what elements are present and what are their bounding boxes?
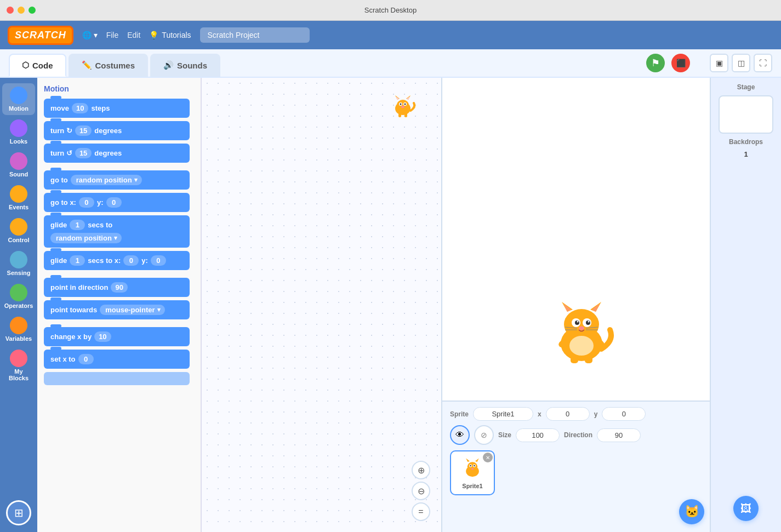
layout-small-button[interactable]: ◫ bbox=[732, 54, 750, 72]
block-goto-dropdown[interactable]: random position bbox=[71, 175, 142, 185]
fullscreen-button[interactable]: ⛶ bbox=[754, 54, 772, 72]
block-set-x[interactable]: set x to 0 bbox=[44, 350, 190, 369]
block-point-direction[interactable]: point in direction 90 bbox=[44, 278, 190, 297]
block-palette: Motion move 10 steps turn ↻ 15 degrees t… bbox=[37, 78, 202, 532]
sprite-delete-button[interactable]: ✕ bbox=[483, 453, 493, 462]
block-gotoxy-y[interactable]: 0 bbox=[106, 197, 122, 208]
sprite-y-field[interactable]: 0 bbox=[602, 407, 646, 421]
sprite-info-panel: Sprite Sprite1 x 0 y 0 👁 ⊘ bbox=[442, 401, 710, 532]
block-goto-random[interactable]: go to random position bbox=[44, 170, 190, 190]
block-changex-value[interactable]: 10 bbox=[94, 331, 111, 342]
block-glidexy-secs[interactable]: 1 bbox=[70, 255, 85, 266]
tab-costumes[interactable]: ✏️ Costumes bbox=[69, 54, 149, 77]
block-gotoxy-x[interactable]: 0 bbox=[79, 197, 94, 208]
looks-dot bbox=[10, 119, 27, 137]
block-change-x[interactable]: change x by 10 bbox=[44, 327, 190, 346]
tutorials-menu[interactable]: 💡 Tutorials bbox=[149, 31, 191, 39]
block-gotoxy-ylabel: y: bbox=[97, 198, 104, 207]
block-glide-random[interactable]: glide 1 secs to random position bbox=[44, 215, 190, 248]
script-area[interactable]: ⊕ ⊖ = bbox=[202, 78, 441, 532]
block-turnccw-label: turn ↺ bbox=[50, 149, 72, 157]
zoom-reset-button[interactable]: = bbox=[412, 502, 430, 521]
block-setx-value[interactable]: 0 bbox=[78, 354, 94, 364]
size-field[interactable]: 100 bbox=[516, 428, 560, 442]
sprite-card-sprite1[interactable]: ✕ Sprite1 bbox=[450, 450, 495, 495]
block-move-suffix: steps bbox=[91, 104, 110, 112]
block-changex-label: change x by bbox=[50, 333, 92, 341]
sidebar-item-events[interactable]: Events bbox=[2, 182, 35, 214]
add-backdrop-icon-btn[interactable]: 🖼 bbox=[733, 496, 759, 521]
file-menu[interactable]: File bbox=[106, 31, 119, 39]
block-glidexy-ylabel: y: bbox=[141, 256, 148, 265]
maximize-button[interactable] bbox=[28, 7, 36, 14]
block-turncw-value[interactable]: 15 bbox=[75, 125, 92, 136]
fullscreen-icon: ⛶ bbox=[759, 59, 767, 67]
block-glidexy-y[interactable]: 0 bbox=[151, 255, 166, 266]
layout-normal-button[interactable]: ▣ bbox=[710, 54, 728, 72]
direction-value: 90 bbox=[615, 431, 623, 439]
sidebar-item-motion[interactable]: Motion bbox=[2, 83, 35, 115]
stop-button[interactable]: ⬛ bbox=[671, 54, 690, 72]
tab-sounds[interactable]: 🔊 Sounds bbox=[150, 54, 220, 77]
code-tab-icon: ⬡ bbox=[22, 60, 29, 70]
sprite-x-field[interactable]: 0 bbox=[546, 407, 590, 421]
block-turnccw-value[interactable]: 15 bbox=[75, 148, 92, 158]
sprite-y-value: 0 bbox=[622, 410, 626, 418]
svg-rect-11 bbox=[398, 113, 401, 117]
sidebar-label-events: Events bbox=[9, 204, 28, 210]
block-move-value[interactable]: 10 bbox=[72, 103, 88, 113]
add-extension-button[interactable]: ⊞ bbox=[6, 500, 31, 525]
scratch-logo[interactable]: SCRATCH bbox=[8, 26, 73, 45]
operators-dot bbox=[10, 284, 27, 301]
block-setx-label: set x to bbox=[50, 355, 76, 363]
block-glidexy-x[interactable]: 0 bbox=[123, 255, 139, 266]
sidebar-item-variables[interactable]: Variables bbox=[2, 313, 35, 345]
block-glide-mid: secs to bbox=[88, 221, 112, 229]
block-glide-xy[interactable]: glide 1 secs to x: 0 y: 0 bbox=[44, 251, 190, 270]
sprite-name-field[interactable]: Sprite1 bbox=[473, 407, 533, 421]
sidebar-item-myblocks[interactable]: My Blocks bbox=[2, 346, 35, 385]
block-partial[interactable] bbox=[44, 372, 190, 385]
zoom-out-icon: ⊖ bbox=[418, 486, 425, 496]
titlebar: Scratch Desktop bbox=[0, 0, 781, 21]
costumes-tab-label: Costumes bbox=[95, 61, 135, 70]
block-move-steps[interactable]: move 10 steps bbox=[44, 99, 190, 118]
block-move-label: move bbox=[50, 104, 69, 112]
titlebar-buttons bbox=[7, 7, 36, 14]
block-glide-dropdown[interactable]: random position bbox=[50, 233, 122, 243]
zoom-in-button[interactable]: ⊕ bbox=[412, 461, 430, 479]
hide-button[interactable]: ⊘ bbox=[474, 425, 494, 445]
sidebar-item-looks[interactable]: Looks bbox=[2, 116, 35, 148]
stage-panel: Sprite Sprite1 x 0 y 0 👁 ⊘ bbox=[441, 78, 710, 532]
block-goto-xy[interactable]: go to x: 0 y: 0 bbox=[44, 193, 190, 212]
direction-field[interactable]: 90 bbox=[597, 428, 641, 442]
block-point-towards[interactable]: point towards mouse-pointer bbox=[44, 300, 190, 319]
events-dot bbox=[10, 185, 27, 203]
sidebar-item-sound[interactable]: Sound bbox=[2, 149, 35, 181]
sidebar-item-sensing[interactable]: Sensing bbox=[2, 248, 35, 279]
myblocks-dot bbox=[10, 350, 27, 367]
show-button[interactable]: 👁 bbox=[450, 425, 470, 445]
edit-menu[interactable]: Edit bbox=[127, 31, 140, 39]
block-turn-cw[interactable]: turn ↻ 15 degrees bbox=[44, 121, 190, 140]
layout-normal-icon: ▣ bbox=[716, 59, 723, 67]
block-turn-ccw[interactable]: turn ↺ 15 degrees bbox=[44, 144, 190, 163]
sidebar: Motion Looks Sound Events Control Sensin… bbox=[0, 78, 37, 532]
add-backdrop-button[interactable]: 🖼 bbox=[733, 496, 759, 527]
globe-menu[interactable]: 🌐 ▾ bbox=[82, 31, 98, 39]
zoom-out-button[interactable]: ⊖ bbox=[412, 482, 430, 500]
green-flag-button[interactable]: ⚑ bbox=[646, 54, 665, 72]
block-pointdir-value[interactable]: 90 bbox=[111, 282, 127, 293]
block-glide-value[interactable]: 1 bbox=[70, 220, 85, 230]
tab-code[interactable]: ⬡ Code bbox=[9, 54, 66, 77]
block-pointtowards-dropdown[interactable]: mouse-pointer bbox=[100, 305, 164, 315]
project-name-input[interactable] bbox=[200, 27, 310, 43]
close-button[interactable] bbox=[7, 7, 14, 14]
add-sprite-button[interactable]: 🐱 bbox=[679, 499, 704, 524]
sidebar-item-operators[interactable]: Operators bbox=[2, 281, 35, 312]
svg-point-30 bbox=[569, 336, 594, 356]
minimize-button[interactable] bbox=[18, 7, 25, 14]
sidebar-item-control[interactable]: Control bbox=[2, 215, 35, 247]
sprite-fields-row1: Sprite Sprite1 x 0 y 0 bbox=[450, 407, 702, 421]
add-sprite-icon-btn[interactable]: 🐱 bbox=[679, 499, 704, 524]
